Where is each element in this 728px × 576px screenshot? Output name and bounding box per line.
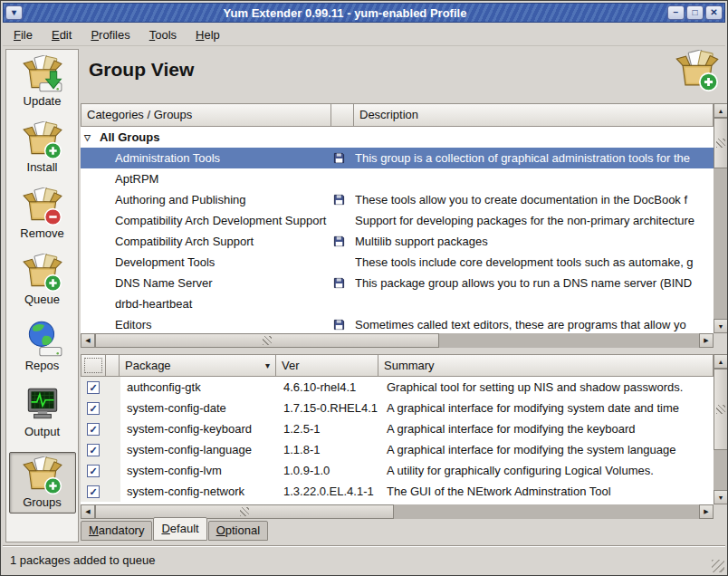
package-vertical-scrollbar[interactable]: ▲ ▼ bbox=[714, 354, 728, 504]
sidebar: Update Install Remove Queue Repos Output… bbox=[5, 49, 79, 542]
column-header-select[interactable] bbox=[81, 354, 106, 377]
group-row-compat-arch-dev-support[interactable]: Compatibility Arch Development Support S… bbox=[81, 210, 714, 231]
package-version: 1.3.22.0.EL.4.1-1 bbox=[278, 485, 381, 498]
sidebar-item-label: Update bbox=[10, 94, 75, 108]
column-header-package[interactable]: Package▾ bbox=[119, 354, 276, 377]
scroll-left-icon[interactable]: ◀ bbox=[81, 333, 95, 348]
statusbar: 1 packages added to queue bbox=[3, 545, 725, 573]
group-vertical-scrollbar[interactable]: ▲ ▼ bbox=[714, 103, 728, 333]
package-row-system-config-language[interactable]: ✓ system-config-language 1.1.8-1 A graph… bbox=[81, 439, 714, 460]
scrollbar-corner bbox=[714, 504, 728, 519]
package-checkbox[interactable]: ✓ bbox=[87, 485, 100, 498]
menu-help[interactable]: Help bbox=[194, 26, 222, 43]
installed-floppy-icon bbox=[333, 277, 345, 289]
column-header-ver[interactable]: Ver bbox=[275, 354, 378, 377]
scroll-right-icon[interactable]: ▶ bbox=[699, 504, 714, 519]
package-row-system-config-network[interactable]: ✓ system-config-network 1.3.22.0.EL.4.1-… bbox=[81, 481, 714, 502]
sidebar-item-groups[interactable]: Groups bbox=[9, 452, 76, 514]
column-label: Package bbox=[125, 359, 171, 372]
group-row-editors[interactable]: Editors Sometimes called text editors, t… bbox=[81, 314, 714, 333]
close-icon: ✕ bbox=[710, 7, 717, 17]
column-header-icon[interactable] bbox=[330, 103, 354, 127]
sidebar-item-queue[interactable]: Queue bbox=[10, 254, 75, 306]
package-name: system-config-language bbox=[120, 443, 278, 456]
package-row-authconfig-gtk[interactable]: ✓ authconfig-gtk 4.6.10-rhel4.1 Graphica… bbox=[81, 377, 714, 398]
tab-default[interactable]: Default bbox=[153, 517, 206, 541]
group-hscroll-thumb[interactable] bbox=[95, 333, 439, 348]
group-name: AptRPM bbox=[115, 172, 158, 186]
select-all-focus[interactable] bbox=[84, 358, 102, 373]
close-button[interactable]: ✕ bbox=[705, 5, 723, 20]
group-row-administration-tools[interactable]: Administration Tools This group is a col… bbox=[81, 148, 714, 168]
package-table-header: Package▾ Ver Summary bbox=[81, 354, 714, 377]
group-row-dns-name-server[interactable]: DNS Name Server This package group allow… bbox=[81, 273, 714, 293]
group-tree-body: ▽All Groups Administration Tools This gr… bbox=[81, 127, 714, 333]
group-row-all-groups[interactable]: ▽All Groups bbox=[81, 127, 714, 148]
package-version: 1.2.5-1 bbox=[278, 422, 381, 436]
group-row-compat-arch-support[interactable]: Compatibility Arch Support Multilib supp… bbox=[81, 231, 714, 252]
group-row-development-tools[interactable]: Development Tools These tools include co… bbox=[81, 252, 714, 273]
maximize-icon: □ bbox=[692, 7, 697, 17]
update-box-icon bbox=[22, 55, 63, 93]
minimize-button[interactable]: − bbox=[667, 5, 685, 20]
scroll-down-icon[interactable]: ▼ bbox=[714, 490, 728, 504]
package-name: system-config-network bbox=[120, 485, 278, 498]
package-checkbox[interactable]: ✓ bbox=[87, 444, 100, 456]
package-summary: A utility for graphically configuring Lo… bbox=[381, 464, 714, 477]
package-row-system-config-lvm[interactable]: ✓ system-config-lvm 1.0.9-1.0 A utility … bbox=[81, 460, 714, 481]
scroll-right-icon[interactable]: ▶ bbox=[699, 333, 714, 348]
menu-file[interactable]: File bbox=[12, 26, 34, 43]
scroll-up-icon[interactable]: ▲ bbox=[714, 354, 728, 369]
sidebar-item-repos[interactable]: Repos bbox=[10, 320, 75, 372]
column-header-groups[interactable]: Categories / Groups bbox=[81, 103, 331, 127]
sidebar-item-output[interactable]: Output bbox=[10, 386, 75, 438]
group-name: drbd-heartbeat bbox=[115, 297, 192, 311]
scroll-down-icon[interactable]: ▼ bbox=[714, 319, 728, 333]
group-row-aptrpm[interactable]: AptRPM bbox=[81, 168, 714, 189]
package-checkbox[interactable]: ✓ bbox=[87, 465, 100, 477]
resize-grip[interactable] bbox=[712, 560, 724, 572]
column-header-summary[interactable]: Summary bbox=[378, 354, 714, 377]
installed-floppy-icon bbox=[333, 152, 345, 164]
window-menu-button[interactable]: ▾ bbox=[5, 5, 23, 20]
package-row-system-config-date[interactable]: ✓ system-config-date 1.7.15-0.RHEL4.1 A … bbox=[81, 398, 714, 418]
installed-floppy-icon bbox=[333, 319, 345, 331]
package-summary: The GUI of the NEtwork Adminstration Too… bbox=[381, 485, 714, 498]
package-name: system-config-date bbox=[120, 401, 278, 415]
sidebar-item-install[interactable]: Install bbox=[10, 121, 75, 174]
menu-tools[interactable]: Tools bbox=[148, 26, 178, 43]
sidebar-item-remove[interactable]: Remove bbox=[10, 187, 75, 240]
group-row-drbd-heartbeat[interactable]: drbd-heartbeat bbox=[81, 293, 714, 314]
package-row-system-config-keyboard[interactable]: ✓ system-config-keyboard 1.2.5-1 A graph… bbox=[81, 418, 714, 439]
window-menu-icon: ▾ bbox=[12, 7, 16, 17]
menubar: File Edit Profiles Tools Help bbox=[3, 24, 725, 46]
group-row-authoring-and-publishing[interactable]: Authoring and Publishing These tools all… bbox=[81, 189, 714, 210]
menu-edit[interactable]: Edit bbox=[50, 26, 73, 43]
menu-profiles[interactable]: Profiles bbox=[89, 26, 131, 43]
remove-box-icon bbox=[22, 187, 63, 226]
group-vscroll-thumb[interactable] bbox=[714, 118, 728, 168]
scroll-up-icon[interactable]: ▲ bbox=[714, 103, 728, 118]
installed-floppy-icon bbox=[333, 235, 345, 247]
package-checkbox[interactable]: ✓ bbox=[87, 423, 100, 436]
column-header-flag[interactable] bbox=[105, 354, 120, 377]
column-header-description[interactable]: Description bbox=[353, 103, 714, 127]
sidebar-item-update[interactable]: Update bbox=[10, 55, 75, 108]
tab-optional[interactable]: Optional bbox=[208, 521, 268, 541]
page-title: Group View bbox=[89, 59, 194, 81]
package-summary: A graphical interface for modifying the … bbox=[381, 422, 714, 436]
tab-label: Default bbox=[161, 522, 198, 535]
package-checkbox[interactable]: ✓ bbox=[87, 381, 100, 394]
package-name: authconfig-gtk bbox=[120, 380, 278, 394]
package-checkbox[interactable]: ✓ bbox=[87, 402, 100, 415]
titlebar[interactable]: ▾ Yum Extender 0.99.11 - yum-enabled Pro… bbox=[3, 3, 725, 23]
group-description: Multilib support packages bbox=[355, 235, 714, 248]
package-version: 1.7.15-0.RHEL4.1 bbox=[278, 401, 381, 415]
groups-box-icon bbox=[22, 456, 63, 494]
package-vscroll-thumb[interactable] bbox=[714, 369, 728, 450]
tab-mandatory[interactable]: Mandatory bbox=[81, 521, 152, 541]
window-title: Yum Extender 0.99.11 - yum-enabled Profi… bbox=[24, 6, 666, 20]
expander-icon[interactable]: ▽ bbox=[84, 133, 100, 142]
group-horizontal-scrollbar[interactable]: ◀ ▶ bbox=[81, 333, 714, 348]
maximize-button[interactable]: □ bbox=[686, 5, 704, 20]
